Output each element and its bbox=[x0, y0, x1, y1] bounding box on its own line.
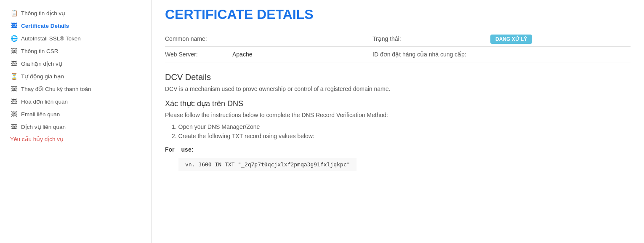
sidebar: 📋 Thông tin dịch vụ 🖼 Certificate Detail… bbox=[0, 0, 152, 243]
main-content: CERTIFICATE DETAILS Common name: Trạng t… bbox=[152, 0, 644, 243]
txt-record-code: vn. 3600 IN TXT "_2q7p7t0qcjxlxf2pmqa3g9… bbox=[178, 158, 357, 171]
dcv-description: DCV is a mechanism used to prove ownersh… bbox=[165, 85, 631, 92]
sidebar-item-hoa-don-lien-quan[interactable]: 🖼 Hóa đơn liên quan bbox=[7, 95, 151, 108]
use-label: use: bbox=[181, 146, 194, 153]
status-badge: ĐANG XỬ LÝ bbox=[490, 35, 532, 44]
dcv-step-1: 1. Open your DNS Manager/Zone bbox=[172, 123, 631, 130]
sidebar-item-thong-tin-csr[interactable]: 🖼 Thông tin CSR bbox=[7, 45, 151, 57]
hoa-don-lien-quan-icon: 🖼 bbox=[10, 98, 18, 105]
dcv-step-2: 2. Create the following TXT record using… bbox=[172, 133, 631, 139]
sidebar-item-email-lien-quan[interactable]: 🖼 Email liên quan bbox=[7, 108, 151, 120]
sidebar-item-label: Certificate Details bbox=[21, 23, 69, 29]
sidebar-item-label: Hóa đơn liên quan bbox=[21, 98, 68, 105]
autoinstall-ssl-icon: 🌐 bbox=[10, 35, 18, 42]
cert-row-web-server: Web Server: Apache ID đơn đặt hàng của n… bbox=[165, 47, 631, 62]
email-lien-quan-icon: 🖼 bbox=[10, 110, 18, 118]
common-name-label: Common name: bbox=[165, 35, 232, 42]
sidebar-item-label: Thông tin dịch vụ bbox=[21, 10, 65, 16]
status-label: Trạng thái: bbox=[373, 35, 490, 42]
sidebar-item-gia-han-dich-vu[interactable]: 🖼 Gia hạn dịch vụ bbox=[7, 57, 151, 70]
dcv-steps-list: 1. Open your DNS Manager/Zone 2. Create … bbox=[172, 123, 631, 139]
sidebar-item-label: Dịch vụ liên quan bbox=[21, 123, 66, 130]
sidebar-item-yeu-cau-huy[interactable]: Yêu cầu hủy dịch vụ bbox=[7, 133, 151, 145]
for-label: For bbox=[165, 146, 175, 153]
sidebar-item-tu-dong-gia-han[interactable]: ⏳ Tự động gia hạn bbox=[7, 70, 151, 83]
web-server-label: Web Server: bbox=[165, 51, 232, 58]
dcv-subtitle: Xác thực dựa trên DNS bbox=[165, 99, 631, 108]
thong-tin-csr-icon: 🖼 bbox=[10, 47, 18, 55]
sidebar-item-autoinstall-ssl[interactable]: 🌐 AutoInstall SSL® Token bbox=[7, 32, 151, 45]
status-value-container: ĐANG XỬ LÝ bbox=[490, 35, 631, 42]
sidebar-item-label: Tự động gia hạn bbox=[21, 73, 64, 80]
sidebar-item-dich-vu-lien-quan[interactable]: 🖼 Dịch vụ liên quan bbox=[7, 120, 151, 133]
tu-dong-gia-han-icon: ⏳ bbox=[10, 72, 18, 80]
sidebar-item-label: Thay đổi Chu kỳ thanh toán bbox=[21, 85, 91, 92]
sidebar-item-thay-doi-chu-ky[interactable]: 🖼 Thay đổi Chu kỳ thanh toán bbox=[7, 83, 151, 95]
dcv-title: DCV Details bbox=[165, 72, 631, 82]
sidebar-item-label: Yêu cầu hủy dịch vụ bbox=[10, 136, 64, 142]
sidebar-item-label: Gia hạn dịch vụ bbox=[21, 60, 62, 67]
web-server-value: Apache bbox=[232, 51, 373, 58]
thay-doi-chu-ky-icon: 🖼 bbox=[10, 85, 18, 93]
sidebar-item-label: AutoInstall SSL® Token bbox=[21, 35, 81, 42]
dich-vu-lien-quan-icon: 🖼 bbox=[10, 123, 18, 131]
certificate-table: Common name: Trạng thái: ĐANG XỬ LÝ Web … bbox=[165, 31, 631, 62]
dcv-instructions: Please follow the instructions below to … bbox=[165, 112, 631, 118]
cert-row-common-name: Common name: Trạng thái: ĐANG XỬ LÝ bbox=[165, 31, 631, 47]
sidebar-item-label: Email liên quan bbox=[21, 111, 60, 117]
dcv-section: DCV Details DCV is a mechanism used to p… bbox=[165, 72, 631, 171]
sidebar-item-certificate-details[interactable]: 🖼 Certificate Details bbox=[7, 19, 151, 32]
sidebar-item-label: Thông tin CSR bbox=[21, 48, 59, 54]
sidebar-item-thong-tin-dich-vu[interactable]: 📋 Thông tin dịch vụ bbox=[7, 7, 151, 19]
certificate-details-icon: 🖼 bbox=[10, 22, 18, 29]
thong-tin-dich-vu-icon: 📋 bbox=[10, 9, 18, 17]
gia-han-dich-vu-icon: 🖼 bbox=[10, 60, 18, 67]
txt-record-for-row: For use: bbox=[165, 146, 631, 153]
page-title: CERTIFICATE DETAILS bbox=[165, 7, 631, 22]
order-id-label: ID đơn đặt hàng của nhà cung cấp: bbox=[373, 51, 490, 58]
